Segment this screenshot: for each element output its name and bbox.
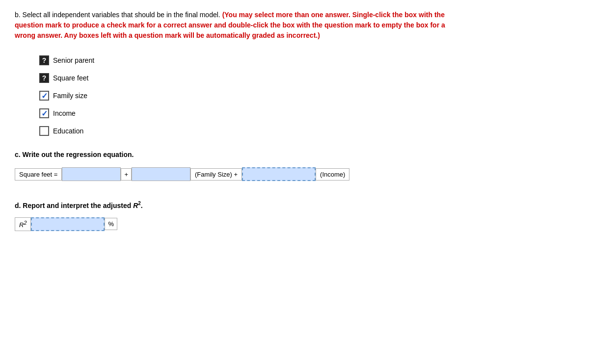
question-c-section: c. Write out the regression equation. Sq… xyxy=(15,151,574,181)
regression-equation-row: Square feet = + (Family Size) + (Income) xyxy=(15,167,574,181)
checkbox-box-family-size[interactable]: ✓ xyxy=(39,91,49,101)
r2-row: R2 % xyxy=(15,217,574,231)
question-b-section: b. Select all independent variables that… xyxy=(15,10,574,136)
question-d-section: d. Report and interpret the adjusted R2.… xyxy=(15,201,574,231)
checkbox-senior-parent[interactable]: ? Senior parent xyxy=(39,55,574,65)
checkbox-box-square-feet[interactable]: ? xyxy=(39,73,49,83)
checkbox-education[interactable]: Education xyxy=(39,126,574,136)
checkbox-label-education: Education xyxy=(53,127,83,135)
checkbox-square-feet[interactable]: ? Square feet xyxy=(39,73,574,83)
question-d-text: d. Report and interpret the adjusted R2. xyxy=(15,201,574,209)
square-feet-label: Square feet = xyxy=(15,168,62,181)
question-b-text: b. Select all independent variables that… xyxy=(15,10,456,41)
question-c-text: c. Write out the regression equation. xyxy=(15,151,574,158)
checkbox-box-income[interactable]: ✓ xyxy=(39,108,49,118)
percent-label: % xyxy=(105,218,117,230)
checkbox-label-square-feet: Square feet xyxy=(53,74,88,82)
checkmark-family-size: ✓ xyxy=(41,91,48,101)
checkbox-label-senior-parent: Senior parent xyxy=(53,56,94,64)
family-size-label: (Family Size) + xyxy=(190,168,242,181)
plus-sign: + xyxy=(121,168,132,181)
regression-family-coef-input[interactable] xyxy=(132,167,190,181)
checkbox-label-income: Income xyxy=(53,109,76,117)
r2-field-label: R2 xyxy=(15,217,31,231)
regression-intercept-input[interactable] xyxy=(62,167,121,181)
checkbox-income[interactable]: ✓ Income xyxy=(39,108,574,118)
question-c-label: c. Write out the regression equation. xyxy=(15,151,134,158)
checkboxes-container: ? Senior parent ? Square feet ✓ Family s… xyxy=(39,55,574,136)
checkbox-label-family-size: Family size xyxy=(53,92,87,100)
r2-input[interactable] xyxy=(31,217,105,231)
checkmark-income: ✓ xyxy=(41,109,48,118)
checkbox-box-senior-parent[interactable]: ? xyxy=(39,55,49,65)
question-b-prefix: b. Select all independent variables that… xyxy=(15,11,220,19)
income-label: (Income) xyxy=(316,168,349,181)
question-d-label: d. Report and interpret the adjusted R2. xyxy=(15,202,143,209)
regression-income-coef-input[interactable] xyxy=(242,167,316,181)
checkbox-box-education[interactable] xyxy=(39,126,49,136)
checkbox-family-size[interactable]: ✓ Family size xyxy=(39,91,574,101)
